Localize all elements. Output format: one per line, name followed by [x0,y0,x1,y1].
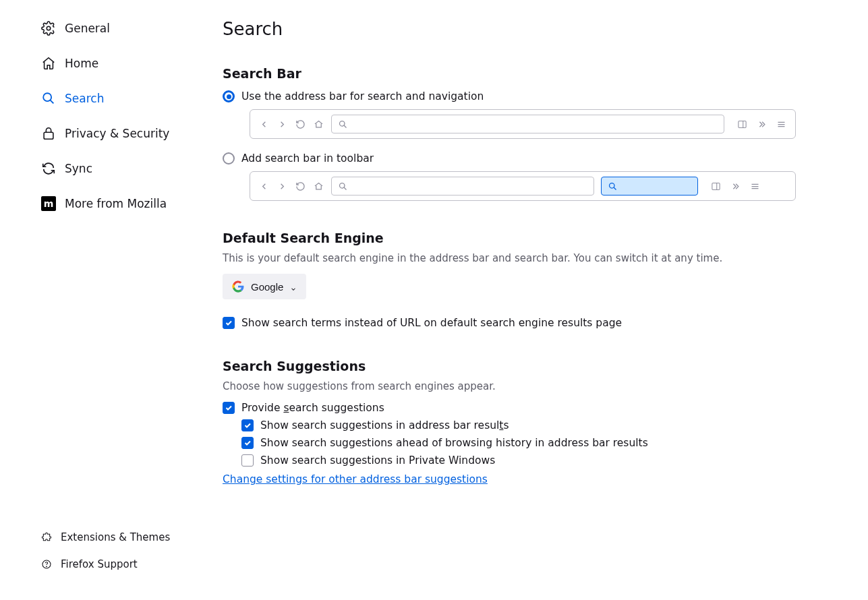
page-title: Search [223,19,796,39]
sync-icon [40,160,57,177]
search-icon [40,90,57,107]
search-icon [607,181,618,192]
section-search-bar: Search Bar Use the address bar for searc… [223,66,796,201]
checkbox-provide-suggestions[interactable]: Provide search suggestions [223,402,796,414]
menu-icon [749,181,761,192]
puzzle-icon [40,531,53,543]
address-bar-mock [331,115,724,133]
sidebar-item-label: Privacy & Security [65,127,169,140]
address-bar-mock [331,177,594,196]
search-icon [337,119,349,130]
sidebar-item-privacy[interactable]: Privacy & Security [34,119,216,148]
radio-input[interactable] [223,90,235,102]
checkbox-input[interactable] [223,402,235,414]
sidebar-item-more-mozilla[interactable]: m More from Mozilla [34,189,216,218]
lock-icon [40,125,57,142]
footer-label: Extensions & Themes [61,531,170,543]
sidebar-item-label: Home [65,57,98,70]
svg-point-1 [43,93,51,101]
sidebar-icon [710,181,722,192]
footer-firefox-support[interactable]: Firefox Support [34,553,216,576]
checkbox-label: Show search suggestions in Private Windo… [260,454,495,467]
toolbar-mock-address [250,109,796,139]
sidebar-item-sync[interactable]: Sync [34,154,216,183]
home-icon [313,119,324,130]
svg-point-5 [340,121,345,126]
radio-use-address-bar[interactable]: Use the address bar for search and navig… [223,90,796,102]
svg-point-4 [47,566,47,567]
help-icon [40,558,53,570]
back-icon [258,119,270,130]
sidebar-item-home[interactable]: Home [34,49,216,78]
forward-icon [277,181,288,192]
svg-point-8 [610,183,615,188]
search-bar-mock [601,177,698,196]
footer-label: Firefox Support [61,558,138,570]
home-icon [313,181,324,192]
sidebar-item-search[interactable]: Search [34,84,216,113]
section-description: Choose how suggestions from search engin… [223,380,796,392]
forward-icon [277,119,288,130]
checkbox-input[interactable] [223,317,235,329]
svg-rect-9 [712,183,720,189]
radio-add-search-bar[interactable]: Add search bar in toolbar [223,152,796,164]
svg-rect-2 [44,132,53,139]
checkbox-suggestions-address-results[interactable]: Show search suggestions in address bar r… [241,419,796,431]
checkbox-label: Show search suggestions ahead of browsin… [260,437,648,449]
checkbox-suggestions-ahead-history[interactable]: Show search suggestions ahead of browsin… [241,437,796,449]
home-icon [40,55,57,71]
radio-label: Use the address bar for search and navig… [241,90,484,102]
checkbox-show-search-terms[interactable]: Show search terms instead of URL on defa… [223,317,796,329]
section-heading: Default Search Engine [223,231,796,245]
search-icon [337,181,349,192]
sidebar-item-label: More from Mozilla [65,197,167,210]
reload-icon [295,181,306,192]
radio-input[interactable] [223,152,235,164]
menu-icon [776,119,787,130]
gear-icon [40,20,57,36]
dropdown-label: Google [251,281,283,293]
section-search-suggestions: Search Suggestions Choose how suggestion… [223,359,796,485]
svg-point-0 [47,26,51,30]
reload-icon [295,119,306,130]
checkbox-input[interactable] [241,454,254,467]
back-icon [258,181,270,192]
checkbox-input[interactable] [241,419,254,431]
checkbox-input[interactable] [241,437,254,449]
checkbox-suggestions-private[interactable]: Show search suggestions in Private Windo… [241,454,796,467]
mozilla-icon: m [40,196,57,212]
sidebar-item-general[interactable]: General [34,13,216,43]
section-default-engine: Default Search Engine This is your defau… [223,231,796,329]
sidebar-item-label: General [65,22,110,35]
sidebar-item-label: Search [65,92,104,105]
radio-label: Add search bar in toolbar [241,152,374,164]
svg-point-7 [340,183,345,188]
section-heading: Search Suggestions [223,359,796,373]
toolbar-mock-searchbar [250,171,796,201]
svg-rect-6 [739,121,746,127]
default-engine-dropdown[interactable]: Google [223,274,306,299]
footer-extensions-themes[interactable]: Extensions & Themes [34,526,216,549]
overflow-icon [730,181,741,192]
overflow-icon [756,119,768,130]
section-heading: Search Bar [223,66,796,81]
checkbox-label: Show search suggestions in address bar r… [260,419,509,431]
sidebar-item-label: Sync [65,162,92,175]
google-icon [232,280,244,293]
checkbox-label: Show search terms instead of URL on defa… [241,317,622,329]
chevron-down-icon [290,283,297,290]
checkbox-label: Provide search suggestions [241,402,384,414]
sidebar-icon [736,119,748,130]
link-change-address-bar-settings[interactable]: Change settings for other address bar su… [223,473,488,485]
section-description: This is your default search engine in th… [223,252,796,264]
